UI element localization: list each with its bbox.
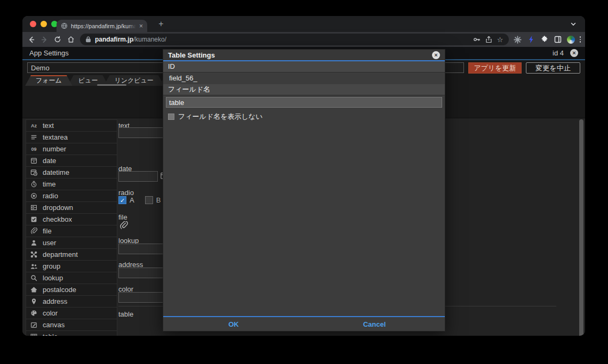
horizontal-scrollbar[interactable] [97,84,126,86]
forward-icon[interactable] [40,35,49,44]
browser-tab[interactable]: https://pandafirm.jp/kumaneko × [57,20,147,32]
home-icon[interactable] [67,35,75,44]
palette-item-canvas[interactable]: canvas [26,319,117,331]
postalcode-house-icon [30,286,38,293]
palette-item-textarea[interactable]: textarea [26,132,117,143]
date-field-input[interactable] [118,171,158,182]
tab-favicon-globe-icon [61,22,68,29]
url-text: pandafirm.jp/kumaneko/ [95,36,166,43]
ok-button[interactable]: OK [163,317,304,331]
bookmark-star-icon[interactable]: ☆ [497,36,503,44]
share-icon[interactable] [485,35,493,44]
lookup-magnifier-icon [30,274,38,281]
field-label-file: file [118,213,127,221]
url-domain: pandafirm.jp [95,36,133,43]
radio-option-a-checkbox[interactable]: ✓ [118,196,126,204]
update-app-button[interactable]: アプリを更新 [468,62,522,74]
text-icon: Az [30,123,38,128]
abort-changes-button[interactable]: 変更を中止 [526,62,580,74]
browser-window: https://pandafirm.jp/kumaneko × + [22,16,585,336]
palette-item-postalcode[interactable]: postalcode [26,284,117,296]
table-grid-icon [30,333,38,336]
field-name-label: フィールド名 [163,84,445,95]
field-label-radio: radio [118,189,134,197]
canvas-edit-icon [30,321,38,328]
extensions-puzzle-icon[interactable] [540,35,549,44]
palette-item-dropdown[interactable]: dropdown [26,202,117,214]
window-controls [30,21,58,27]
group-icon [30,263,38,270]
browser-toolbar: pandafirm.jp/kumaneko/ ☆ [22,32,585,47]
palette-item-text[interactable]: Az text [26,120,117,132]
palette-item-date[interactable]: date [26,155,117,167]
gear-extension-icon[interactable] [514,35,522,44]
cancel-button[interactable]: Cancel [304,317,445,331]
palette-item-group[interactable]: group [26,261,117,272]
dialog-close-icon[interactable]: × [432,51,440,59]
id-label: ID [163,61,445,72]
reading-mode-icon[interactable] [554,35,562,44]
app-close-icon[interactable]: × [570,49,578,57]
number-icon: 09 [30,147,38,152]
tab-search-chevron-icon[interactable] [570,21,577,27]
palette-item-table[interactable]: table [26,331,117,336]
table-settings-dialog: Table Settings × ID field_56_ フィールド名 フィー… [163,49,445,331]
palette-item-file[interactable]: file [26,225,117,237]
palette-item-datetime[interactable]: datetime [26,167,117,179]
time-icon [30,181,38,188]
palette-item-address[interactable]: address [26,296,117,308]
browser-tabstrip: https://pandafirm.jp/kumaneko × + [22,16,585,32]
file-paperclip-icon [30,228,38,234]
department-icon [30,251,38,258]
user-icon [30,239,38,246]
desktop-background: https://pandafirm.jp/kumaneko × + [0,0,608,364]
file-paperclip-icon[interactable] [119,221,128,230]
palette-item-color[interactable]: color [26,308,117,319]
id-value: field_56_ [163,72,445,84]
new-tab-button[interactable]: + [156,19,166,29]
lightning-extension-icon[interactable] [527,35,535,44]
browser-menu-icon[interactable] [580,36,581,43]
dialog-footer: OK Cancel [163,316,445,331]
lock-icon [85,36,91,43]
field-palette: Az text textarea 09 number date [26,119,117,336]
dropdown-icon [30,204,38,211]
minimize-window-button[interactable] [41,21,47,27]
field-label-table: table [118,310,133,318]
palette-item-time[interactable]: time [26,179,117,190]
reload-icon[interactable] [53,35,62,44]
color-palette-icon [30,310,38,317]
tab-title: https://pandafirm.jp/kumaneko [71,23,136,29]
url-bar[interactable]: pandafirm.jp/kumaneko/ ☆ [80,34,509,45]
tab-form[interactable]: フォーム [25,75,73,86]
hide-field-name-label: フィールド名を表示しない [178,112,262,122]
palette-item-department[interactable]: department [26,249,117,261]
page-title: App Settings [29,49,69,57]
palette-item-number[interactable]: 09 number [26,143,117,155]
checkbox-icon [30,216,38,223]
profile-avatar[interactable] [567,36,575,44]
palette-item-lookup[interactable]: lookup [26,272,117,284]
palette-item-user[interactable]: user [26,237,117,249]
dialog-header: Table Settings × [163,50,445,61]
radio-icon [30,192,38,199]
radio-option-b-checkbox[interactable] [145,196,153,204]
dialog-title: Table Settings [168,51,215,59]
url-path: /kumaneko/ [133,36,166,43]
palette-item-radio[interactable]: radio [26,190,117,202]
vertical-scrollbar[interactable] [579,119,583,336]
datetime-icon [30,169,38,176]
date-icon [30,157,38,164]
password-key-icon[interactable] [473,35,481,44]
tab-close-icon[interactable]: × [139,23,143,29]
hide-field-name-checkbox[interactable] [168,114,174,120]
hide-field-name-row: フィールド名を表示しない [168,112,440,122]
field-name-input[interactable] [166,97,442,108]
close-window-button[interactable] [30,21,36,27]
app-id-badge: id 4 [553,49,564,57]
textarea-icon [30,134,38,141]
address-pin-icon [30,298,38,305]
palette-item-checkbox[interactable]: checkbox [26,214,117,225]
back-icon[interactable] [27,35,35,44]
